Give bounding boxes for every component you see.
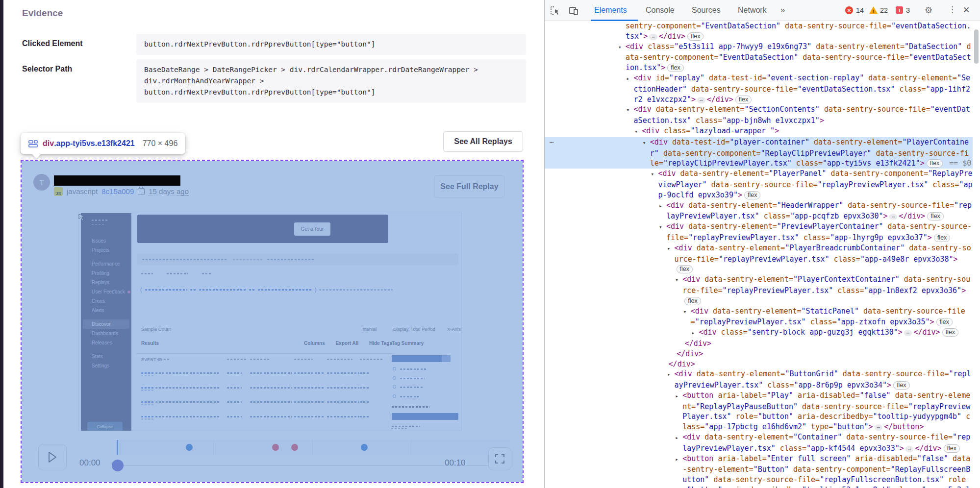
kebab-menu-icon[interactable]: ⋮ [948, 4, 956, 15]
flex-badge[interactable]: flex [927, 212, 943, 220]
flex-badge[interactable]: flex [684, 297, 701, 305]
tab-network[interactable]: Network [738, 0, 767, 21]
see-all-replays-button[interactable]: See All Replays [443, 131, 523, 152]
tab-console[interactable]: Console [646, 0, 675, 21]
dom-tree-node[interactable]: ▾<div data-sentry-element="SectionConten… [545, 104, 973, 126]
dom-tree-node[interactable]: sentry-component="EventDataSection" data… [545, 21, 973, 42]
inspect-tooltip: div.app-tyi5vs.e13fk2421 770 × 496 [21, 133, 185, 154]
tab-sources[interactable]: Sources [692, 0, 721, 21]
flex-badge[interactable]: flex [934, 234, 950, 242]
dom-tree[interactable]: sentry-component="EventDataSection" data… [545, 21, 980, 488]
flex-badge[interactable]: flex [677, 265, 693, 273]
timeline-track[interactable] [115, 440, 510, 455]
expand-arrow-open-icon[interactable]: ▾ [683, 307, 691, 317]
calendar-icon [138, 188, 145, 195]
dom-tree-node[interactable]: ▾<div class="lazyload-wrapper "> [545, 126, 973, 137]
settings-gear-icon[interactable]: ⚙ [925, 5, 932, 16]
timeline-position-tick [117, 440, 118, 455]
dom-tree-node-selected[interactable]: ▾⋯<div data-test-id="player-container" d… [545, 137, 973, 169]
flex-badge[interactable]: flex [893, 381, 909, 390]
expand-arrow-open-icon[interactable]: ▾ [667, 244, 675, 254]
tooltip-dimensions: 770 × 496 [143, 139, 178, 148]
dom-tree-node[interactable]: ▾<div data-sentry-element="PreviewPlayer… [545, 221, 973, 243]
flex-badge[interactable]: flex [667, 64, 683, 72]
error-count-icon[interactable]: ✕ [845, 6, 853, 14]
dom-tree-node[interactable]: ▸<button aria-label="Play" aria-disabled… [545, 390, 973, 432]
inspect-element-icon[interactable] [548, 4, 562, 18]
flex-badge[interactable]: flex [942, 328, 958, 337]
scrubber-handle[interactable] [112, 460, 124, 471]
close-devtools-icon[interactable]: ✕ [963, 5, 970, 15]
flex-badge[interactable]: flex [735, 96, 752, 104]
preview-export-all-button: Export All [335, 341, 358, 346]
warning-count-icon[interactable]: ! [869, 6, 878, 14]
dom-tree-node[interactable]: ▾<div data-sentry-element="PlayerPanel" … [545, 169, 973, 200]
expand-arrow-open-icon[interactable]: ▾ [627, 105, 634, 116]
dom-tree-node[interactable]: ▸<div data-sentry-element="Container" da… [545, 432, 973, 454]
flex-badge[interactable]: flex [936, 318, 953, 326]
dom-tree-node[interactable]: ▾<div data-sentry-element="ButtonGrid" d… [545, 369, 973, 390]
expand-arrow-closed-icon[interactable]: ▸ [627, 74, 634, 84]
play-button[interactable] [38, 444, 67, 470]
timeline-user-action-dot[interactable] [186, 444, 193, 451]
flex-badge[interactable]: flex [944, 444, 960, 453]
tooltip-classes: .app-tyi5vs.e13fk2421 [54, 139, 135, 148]
collapsed-content-ellipsis-icon[interactable]: ⋯ [905, 446, 914, 452]
timeline-error-dot[interactable] [291, 444, 298, 451]
flex-badge[interactable]: flex [687, 32, 704, 41]
dom-tree-node[interactable]: ▸<div data-sentry-element="HeaderWrapper… [545, 200, 973, 222]
more-tabs-icon[interactable]: » [780, 0, 785, 21]
collapsed-content-ellipsis-icon[interactable]: ⋯ [875, 424, 883, 431]
flex-badge[interactable]: flex [927, 159, 943, 168]
timeline-error-dot[interactable] [272, 444, 279, 451]
replay-player-container[interactable]: T JS javascript 8c15a009 15 days ago See… [21, 160, 524, 483]
expand-arrow-open-icon[interactable]: ▾ [667, 370, 675, 380]
issues-count[interactable]: 3 [906, 6, 910, 14]
preview-filter-chips [141, 273, 211, 274]
total-duration: 00:10 [445, 458, 466, 468]
selector-path-label: Selector Path [22, 65, 72, 73]
dom-tree-node[interactable]: ▾<div data-sentry-element="StaticPanel" … [545, 306, 973, 328]
dom-tree-node[interactable]: ▸<button aria-label="Enter full screen" … [545, 454, 973, 488]
warning-count[interactable]: 22 [880, 6, 888, 14]
release-link[interactable]: 8c15a009 [101, 187, 134, 195]
issues-count-icon[interactable]: ! [896, 6, 903, 14]
collapsed-content-ellipsis-icon[interactable]: ⋯ [649, 34, 657, 40]
expand-arrow-open-icon[interactable]: ▾ [618, 43, 626, 53]
dom-tree-node[interactable]: ▾<div data-sentry-element="PlayerContext… [545, 274, 973, 306]
expand-arrow-open-icon[interactable]: ▾ [634, 127, 642, 137]
expand-arrow-closed-icon[interactable]: ▸ [659, 201, 666, 212]
expand-arrow-open-icon[interactable]: ▾ [651, 170, 658, 180]
device-toolbar-icon[interactable] [567, 4, 580, 18]
fullscreen-button[interactable] [488, 447, 511, 470]
node-options-dots-icon[interactable]: ⋯ [550, 137, 553, 147]
preview-sidebar-item-crons: Crons [81, 296, 131, 306]
dom-tree-node[interactable]: </div> [545, 339, 973, 349]
dom-tree-node[interactable]: ▾<div class="e5t3s1i1 app-7hwyy9 e19x6ng… [545, 42, 973, 73]
expand-arrow-open-icon[interactable]: ▾ [675, 275, 682, 286]
expand-arrow-open-icon[interactable]: ▾ [643, 138, 650, 148]
preview-sidebar-items: IssuesProjectsPerformanceProfilingReplay… [81, 232, 131, 370]
dom-tree-node[interactable]: </div> [545, 349, 973, 359]
preview-collapse-button: Collapse [87, 422, 123, 431]
collapsed-content-ellipsis-icon[interactable]: ⋯ [697, 97, 705, 103]
avatar: T [33, 174, 50, 191]
timeline-user-action-dot[interactable] [361, 444, 368, 451]
dom-tree-node[interactable]: ▸<div id="replay" data-test-id="event-se… [545, 73, 973, 104]
expand-arrow-closed-icon[interactable]: ▸ [691, 328, 699, 339]
dom-tree-node[interactable]: </div> [545, 359, 973, 369]
tab-elements[interactable]: Elements [594, 0, 627, 21]
see-full-replay-button[interactable]: See Full Replay [434, 175, 505, 197]
dom-tree-node[interactable]: ▸<div class="sentry-block app-guzg3j egq… [545, 327, 973, 339]
devtools-panel: Elements Console Sources Network » ✕ 14 … [544, 0, 980, 488]
error-count[interactable]: 14 [856, 6, 864, 14]
collapsed-content-ellipsis-icon[interactable]: ⋯ [904, 330, 912, 336]
collapsed-content-ellipsis-icon[interactable]: ⋯ [889, 214, 898, 220]
expand-arrow-open-icon[interactable]: ▾ [659, 222, 666, 233]
expand-arrow-closed-icon[interactable]: ▸ [675, 455, 682, 465]
flex-badge[interactable]: flex [744, 191, 760, 199]
dom-tree-node[interactable]: ▾<div data-sentry-element="PlayerBreadcr… [545, 243, 973, 274]
devtools-scrollbar[interactable] [974, 29, 979, 64]
expand-arrow-closed-icon[interactable]: ▸ [675, 391, 682, 402]
expand-arrow-closed-icon[interactable]: ▸ [675, 433, 682, 443]
